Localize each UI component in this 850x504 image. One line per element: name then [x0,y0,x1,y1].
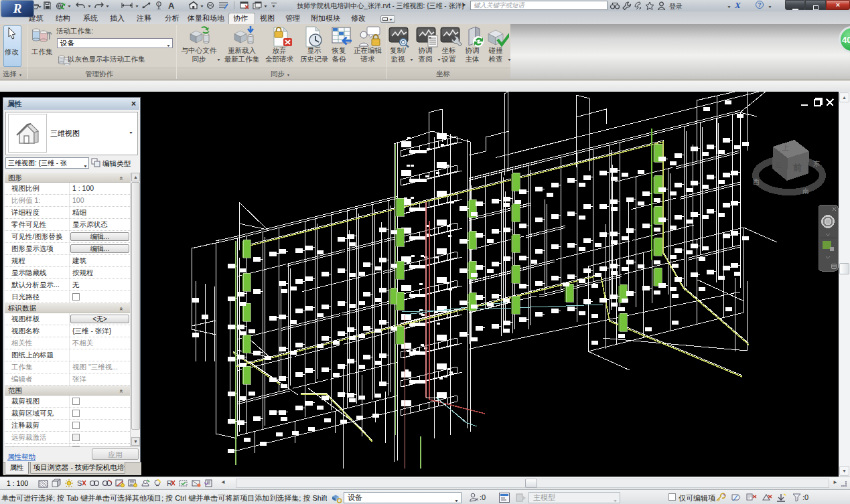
svg-text:左: 左 [775,161,782,169]
svg-text:上: 上 [782,144,789,151]
svg-text:南: 南 [802,187,809,195]
svg-text:前: 前 [793,163,802,173]
svg-text:1: 1 [157,2,159,6]
svg-text:东: 东 [813,160,820,167]
svg-text:S: S [77,479,82,487]
svg-text:A: A [168,1,175,9]
svg-text:R: R [167,479,172,487]
svg-text:西: 西 [753,178,760,185]
